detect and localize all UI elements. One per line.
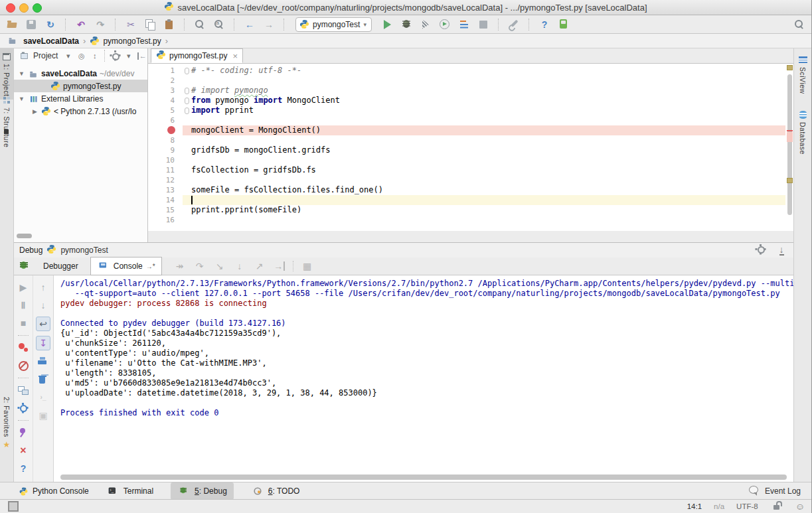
- help-icon[interactable]: ?: [17, 462, 30, 475]
- code-text[interactable]: mongoClient = MongoClient(): [191, 125, 785, 135]
- run-icon[interactable]: [380, 18, 394, 31]
- mute-breakpoints-icon[interactable]: [17, 359, 30, 372]
- editor-scrollbar-thumb[interactable]: [787, 74, 792, 215]
- line-number[interactable]: 13: [148, 185, 183, 195]
- line-number[interactable]: 11: [148, 165, 183, 175]
- panel-settings-icon[interactable]: [110, 50, 121, 62]
- line-number[interactable]: 6: [148, 115, 183, 125]
- code-line-8[interactable]: 8: [148, 135, 785, 145]
- synchronize-icon[interactable]: ↻: [44, 18, 57, 31]
- paste-icon[interactable]: [163, 18, 176, 31]
- line-number[interactable]: 4: [148, 96, 183, 106]
- breadcrumb-item[interactable]: pymongoTest.py: [90, 36, 161, 46]
- find-icon[interactable]: [193, 18, 206, 31]
- line-number[interactable]: 9: [148, 145, 183, 155]
- fold-marker-icon[interactable]: [185, 98, 189, 104]
- code-line-12[interactable]: 12: [148, 175, 785, 185]
- stripe-button-favorites[interactable]: 2: Favorites★: [0, 394, 13, 453]
- view-as-table-icon[interactable]: ▦: [301, 259, 314, 273]
- step-into-my-code-icon[interactable]: ↓: [233, 259, 246, 273]
- tree-item-python2713usrlo[interactable]: ▶< Python 2.7.13 (/usr/lo: [14, 105, 147, 117]
- stripe-button-database[interactable]: Database: [794, 107, 811, 158]
- code-line-4[interactable]: 4from pymongo import MongoClient: [148, 96, 785, 106]
- copy-icon[interactable]: [143, 18, 157, 31]
- line-number[interactable]: 8: [148, 135, 183, 145]
- caret-position[interactable]: 14:1: [687, 502, 702, 510]
- restore-layout-icon[interactable]: [17, 384, 30, 397]
- fold-marker-icon[interactable]: [185, 108, 189, 114]
- tree-item-pymongotestpy[interactable]: pymongoTest.py: [14, 80, 147, 92]
- settings-arrow-icon[interactable]: ▾: [123, 50, 134, 62]
- console-horizontal-scrollbar[interactable]: [60, 475, 787, 480]
- vcs-commit-icon[interactable]: [557, 18, 570, 31]
- code-text[interactable]: fsCollection = gridfsDb.fs: [191, 165, 785, 175]
- tree-expand-icon[interactable]: ▼: [18, 70, 25, 77]
- code-text[interactable]: # -*- coding: utf-8 -*-: [191, 66, 785, 76]
- back-icon[interactable]: ←: [243, 18, 256, 31]
- concurrency-icon[interactable]: [457, 18, 471, 31]
- debug-console[interactable]: /usr/local/Cellar/python/2.7.13/Framewor…: [53, 275, 793, 482]
- code-text[interactable]: [191, 115, 785, 125]
- event-log-button[interactable]: Event Log: [748, 484, 801, 498]
- close-icon[interactable]: ×: [17, 444, 30, 457]
- line-number[interactable]: 5: [148, 106, 183, 115]
- line-number[interactable]: 10: [148, 155, 183, 165]
- line-number[interactable]: 12: [148, 175, 183, 185]
- code-line-16[interactable]: 16: [148, 215, 785, 225]
- debug-settings-icon[interactable]: [17, 402, 30, 415]
- stripe-button-sciview[interactable]: SciView: [794, 52, 811, 98]
- code-line-7[interactable]: 7mongoClient = MongoClient(): [148, 125, 785, 135]
- code-line-15[interactable]: 15pprint.pprint(someFile): [148, 205, 785, 215]
- close-tab-icon[interactable]: ×: [232, 51, 238, 61]
- code-line-9[interactable]: 9gridfsDb = mongoClient.gridfs: [148, 145, 785, 155]
- tree-item-externallibraries[interactable]: ▼External Libraries: [14, 92, 147, 105]
- replace-icon[interactable]: a: [212, 18, 226, 31]
- code-text[interactable]: [191, 135, 785, 145]
- code-text[interactable]: # import pymongo: [191, 86, 785, 96]
- resume-icon[interactable]: ▶: [17, 281, 30, 294]
- line-number[interactable]: 15: [148, 205, 183, 215]
- view-mode-arrow-icon[interactable]: ▾: [62, 50, 74, 62]
- profile-icon[interactable]: [438, 18, 451, 31]
- code-editor[interactable]: 1# -*- coding: utf-8 -*-23# import pymon…: [148, 64, 794, 231]
- forward-icon[interactable]: →: [262, 18, 276, 31]
- code-text[interactable]: someFile = fsCollection.files.find_one(): [191, 185, 785, 195]
- breadcrumb-item[interactable]: saveLocalData: [7, 35, 79, 48]
- locate-file-icon[interactable]: ◎: [76, 50, 87, 62]
- show-execution-point-icon[interactable]: ↠: [173, 259, 187, 273]
- save-icon[interactable]: [25, 18, 38, 31]
- run-config-select[interactable]: pymongoTest▾: [295, 17, 372, 32]
- code-line-13[interactable]: 13someFile = fsCollection.files.find_one…: [148, 185, 785, 195]
- code-line-3[interactable]: 3# import pymongo: [148, 86, 785, 96]
- new-console-icon[interactable]: ▣: [37, 409, 50, 422]
- code-text[interactable]: [191, 155, 785, 165]
- code-text[interactable]: pprint.pprint(someFile): [191, 205, 785, 215]
- step-into-icon[interactable]: ↘: [213, 259, 226, 273]
- stripe-button-structure[interactable]: 7: Structure: [0, 92, 13, 151]
- code-text[interactable]: [191, 215, 785, 225]
- code-text[interactable]: gridfsDb = mongoClient.gridfs: [191, 145, 785, 155]
- toolwindow-button-pythonconsole[interactable]: Python Console: [19, 486, 89, 496]
- command-line-icon[interactable]: ›_: [37, 391, 50, 404]
- next-occurrence-icon[interactable]: ↓: [37, 299, 50, 312]
- code-text[interactable]: [191, 195, 785, 205]
- code-line-2[interactable]: 2: [148, 76, 785, 86]
- hide-panel-icon[interactable]: ←: [136, 50, 147, 62]
- stop-icon[interactable]: ■: [17, 317, 30, 330]
- minimize-window-button[interactable]: [19, 3, 29, 13]
- help-icon[interactable]: ?: [538, 18, 551, 31]
- toolwindow-button-terminal[interactable]: Terminal: [106, 484, 153, 498]
- toolwindow-button-debug[interactable]: 5: Debug: [171, 482, 234, 500]
- code-line-14[interactable]: 14: [148, 195, 785, 205]
- toolwindow-button-todo[interactable]: 6: TODO: [251, 484, 300, 498]
- readonly-lock-icon[interactable]: [770, 500, 783, 513]
- undo-icon[interactable]: ↶: [74, 18, 88, 31]
- code-line-1[interactable]: 1# -*- coding: utf-8 -*-: [148, 66, 785, 76]
- code-line-6[interactable]: 6: [148, 115, 785, 125]
- debug-icon[interactable]: [400, 18, 413, 31]
- print-icon[interactable]: [37, 355, 50, 368]
- run-coverage-icon[interactable]: [419, 18, 432, 31]
- redo-icon[interactable]: ↷: [94, 18, 107, 31]
- line-number[interactable]: 3: [148, 86, 183, 96]
- run-to-cursor-icon[interactable]: →: [273, 259, 286, 273]
